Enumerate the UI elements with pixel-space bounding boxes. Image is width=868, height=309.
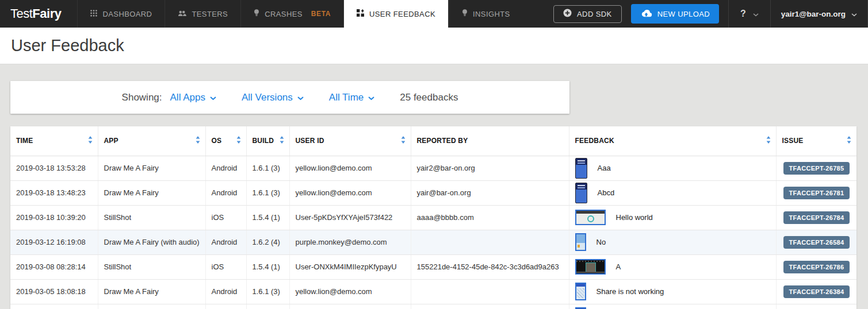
account-menu[interactable]: yair1@bar-on.org bbox=[771, 0, 867, 28]
cell-app: Draw Me A Fairy bbox=[98, 156, 205, 180]
cell-build: 1.5.4 (1) bbox=[246, 254, 289, 279]
cell-os: iOS bbox=[205, 254, 246, 279]
col-header-issue[interactable]: ISSUE bbox=[776, 126, 856, 156]
cell-issue bbox=[776, 304, 856, 309]
chevron-down-icon bbox=[851, 10, 857, 18]
app-logo[interactable]: TestFairy bbox=[0, 0, 77, 28]
col-label: TIME bbox=[16, 137, 33, 145]
time-filter-value: All Time bbox=[329, 92, 364, 103]
nav-item-user-feedback[interactable]: USER FEEDBACK bbox=[343, 0, 449, 28]
cell-feedback: Share is not working bbox=[569, 279, 776, 304]
cell-app: StillShot bbox=[98, 254, 205, 279]
versions-filter-value: All Versions bbox=[242, 92, 293, 103]
col-label: FEEDBACK bbox=[575, 137, 614, 145]
cell-app: Draw Me A Fairy (with audio) bbox=[98, 230, 205, 254]
issue-badge[interactable]: TFACCEPT-26786 bbox=[783, 261, 850, 273]
issue-badge[interactable]: TFACCEPT-26384 bbox=[783, 285, 850, 298]
apps-filter-group: Showing: All Apps bbox=[122, 92, 216, 103]
feedback-squares-icon bbox=[357, 9, 364, 18]
cell-feedback: Aaa bbox=[569, 156, 776, 180]
cell-time: 2019-03-08 08:28:14 bbox=[10, 254, 98, 279]
versions-filter-dropdown[interactable]: All Versions bbox=[242, 92, 304, 103]
chevron-down-icon bbox=[210, 92, 216, 103]
cell-user-id: yellow.lion@demo.com bbox=[289, 180, 411, 205]
cell-reported-by: 155221de-4152-45de-842c-3c3d6ad9a263 bbox=[411, 254, 569, 279]
col-header-feedback[interactable]: FEEDBACK bbox=[569, 126, 776, 156]
cell-user-id: yellow.lion@demo.com bbox=[289, 156, 411, 180]
nav-item-testers[interactable]: TESTERS bbox=[165, 0, 240, 28]
cell-reported-by bbox=[411, 304, 569, 309]
col-label: OS bbox=[212, 137, 222, 145]
issue-badge[interactable]: TFACCEPT-26584 bbox=[783, 236, 850, 249]
nav-item-label: TESTERS bbox=[192, 10, 228, 18]
cell-time: 2019-03-18 13:53:28 bbox=[10, 156, 98, 180]
nav-right-section: ADD SDK NEW UPLOAD ? yair1@bar-on.org bbox=[553, 0, 868, 28]
feedback-text: No bbox=[596, 238, 606, 246]
cell-time bbox=[10, 304, 98, 309]
help-menu[interactable]: ? bbox=[729, 0, 770, 28]
feedback-screenshot-thumbnail[interactable] bbox=[575, 233, 586, 251]
feedback-row[interactable]: 2019-03-05 18:08:18 Draw Me A Fairy Andr… bbox=[10, 279, 856, 304]
new-upload-button[interactable]: NEW UPLOAD bbox=[631, 4, 719, 24]
sort-icon bbox=[766, 136, 771, 145]
feedback-screenshot-thumbnail[interactable] bbox=[575, 183, 587, 203]
feedback-screenshot-thumbnail[interactable] bbox=[575, 210, 606, 225]
nav-item-insights[interactable]: INSIGHTS bbox=[449, 0, 523, 28]
add-sdk-label: ADD SDK bbox=[577, 10, 612, 18]
apps-filter-value: All Apps bbox=[170, 92, 205, 103]
logo-text-fairy: Fairy bbox=[32, 6, 61, 21]
bulb-icon bbox=[254, 9, 259, 18]
issue-badge[interactable]: TFACCEPT-26784 bbox=[783, 211, 850, 224]
cell-time: 2019-03-12 16:19:08 bbox=[10, 230, 98, 254]
nav-item-label: INSIGHTS bbox=[473, 10, 510, 18]
feedback-table: TIME APP OS BUILD USER ID REPORTED BY FE… bbox=[10, 126, 856, 309]
feedback-screenshot-thumbnail[interactable] bbox=[575, 259, 606, 275]
cell-reported-by: yair@bar-on.org bbox=[411, 180, 569, 205]
nav-item-crashes[interactable]: CRASHES BETA bbox=[240, 0, 343, 28]
issue-badge[interactable]: TFACCEPT-26785 bbox=[783, 162, 850, 175]
sort-icon bbox=[196, 136, 200, 145]
feedback-screenshot-thumbnail[interactable] bbox=[575, 283, 586, 300]
cell-feedback: Abcd bbox=[569, 180, 776, 205]
col-header-build[interactable]: BUILD bbox=[246, 126, 289, 156]
cell-app: Draw Me A Fairy bbox=[98, 279, 205, 304]
cell-os: Android bbox=[205, 156, 246, 180]
cell-issue: TFACCEPT-26785 bbox=[776, 156, 856, 180]
table-header-row: TIME APP OS BUILD USER ID REPORTED BY FE… bbox=[10, 126, 856, 156]
feedback-screenshot-thumbnail[interactable] bbox=[575, 158, 587, 179]
feedback-text: Abcd bbox=[598, 188, 615, 197]
time-filter-dropdown[interactable]: All Time bbox=[329, 92, 374, 103]
col-header-time[interactable]: TIME bbox=[10, 126, 98, 156]
feedback-row[interactable]: 2019-03-12 16:19:08 Draw Me A Fairy (wit… bbox=[10, 230, 856, 254]
beta-badge: BETA bbox=[311, 10, 331, 18]
col-header-os[interactable]: OS bbox=[205, 126, 246, 156]
add-sdk-button[interactable]: ADD SDK bbox=[553, 5, 622, 23]
col-header-reported-by[interactable]: REPORTED BY bbox=[411, 126, 569, 156]
apps-filter-dropdown[interactable]: All Apps bbox=[170, 92, 216, 103]
cell-user-id: User-5pKDsYfXYAjeI573f422 bbox=[289, 205, 411, 230]
cell-build: 1.6.2 (4) bbox=[246, 230, 289, 254]
feedback-text: Hello world bbox=[616, 213, 653, 222]
cell-issue: TFACCEPT-26784 bbox=[776, 205, 856, 230]
col-header-app[interactable]: APP bbox=[98, 126, 205, 156]
bulb-icon bbox=[462, 9, 468, 18]
issue-badge[interactable]: TFACCEPT-26781 bbox=[783, 187, 850, 199]
cell-feedback: No bbox=[569, 230, 776, 254]
feedback-row[interactable]: 2019-03-08 08:28:14 StillShot iOS 1.5.4 … bbox=[10, 254, 856, 279]
top-nav: TestFairy DASHBOARD TESTERS bbox=[0, 0, 868, 28]
feedback-row[interactable]: 2019-03-18 13:53:28 Draw Me A Fairy Andr… bbox=[10, 156, 856, 180]
showing-label: Showing: bbox=[122, 92, 162, 103]
nav-item-label: DASHBOARD bbox=[102, 10, 152, 18]
cell-build: 1.6.1 (3) bbox=[246, 156, 289, 180]
cell-os: Android bbox=[205, 230, 246, 254]
cell-os bbox=[205, 304, 246, 309]
feedback-row[interactable] bbox=[10, 304, 856, 309]
cell-user-id bbox=[289, 304, 411, 309]
feedback-row[interactable]: 2019-03-18 10:39:20 StillShot iOS 1.5.4 … bbox=[10, 205, 856, 230]
col-header-user-id[interactable]: USER ID bbox=[289, 126, 411, 156]
filter-bar: Showing: All Apps All Versions All Time … bbox=[10, 81, 569, 114]
cell-os: iOS bbox=[205, 205, 246, 230]
nav-item-dashboard[interactable]: DASHBOARD bbox=[77, 0, 165, 28]
feedback-row[interactable]: 2019-03-18 13:48:23 Draw Me A Fairy Andr… bbox=[10, 180, 856, 205]
sort-icon bbox=[88, 136, 93, 145]
